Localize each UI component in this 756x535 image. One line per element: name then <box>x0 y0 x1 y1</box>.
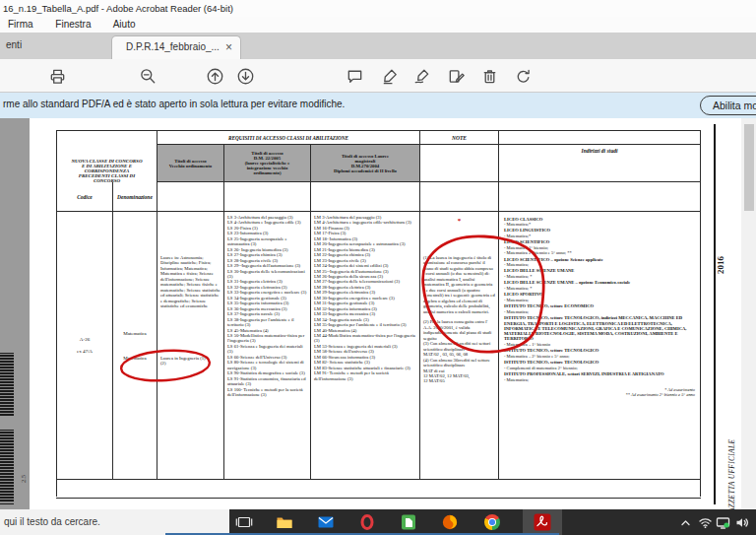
td-denominazione: Matematica Matematica <box>113 212 158 480</box>
th-denominazione: Denominazione <box>113 182 158 212</box>
td-bottom-sliver <box>56 480 701 497</box>
comment-icon[interactable] <box>346 67 364 86</box>
wifi-icon[interactable] <box>698 515 713 530</box>
td-vecchio-ordinamento: Lauree in: Astronomia; Discipline nautic… <box>158 212 224 480</box>
th-indirizzi-di-studi: Indirizzi di studi <box>499 145 701 182</box>
indirizzi-subject: - Matematica;* <box>504 234 695 238</box>
tab-active-document[interactable]: D.P.R.14_febbraio_... × <box>111 35 241 59</box>
mail-icon[interactable] <box>316 512 336 532</box>
indirizzi-subject: - Matematica; <box>504 298 695 302</box>
table-bottom-line <box>56 498 701 499</box>
scrollbar-thumb[interactable] <box>744 124 754 211</box>
scrollbar-track <box>741 118 756 509</box>
windows-taskbar: qui il testo da cercare. <box>0 509 756 535</box>
note-text: (1) La laurea in ingegneria è titolo di … <box>423 255 495 384</box>
indirizzi-subject: - Matematica; * <box>504 274 695 279</box>
td-lm-titles: LM 3-Architettura del paesaggio (3) LM 4… <box>311 212 420 480</box>
fill-and-sign-icon[interactable] <box>447 67 466 86</box>
td-ls-titles: LS 3-Architettura del paesaggio (3) LS 4… <box>224 212 311 480</box>
delete-icon[interactable] <box>480 67 499 86</box>
th-codice: Codice <box>56 182 113 212</box>
chevron-up-icon[interactable] <box>678 515 693 530</box>
document-area: NUOVA CLASSE DI CONCORSO E DI ABILITAZIO… <box>0 118 756 509</box>
th-requisiti: REQUISITI DI ACCESSO CLASSI DI ABILITAZI… <box>158 130 420 145</box>
vecchio-ordinamento-text: Lauree in: Astronomia; Discipline nautic… <box>160 255 220 309</box>
pdfa-notice-bar: rme allo standard PDF/A ed è stato apert… <box>0 93 756 118</box>
indirizzi-subject: - Matematica – 2° biennio e 5° anno; <box>504 354 695 359</box>
indirizzi-school-name: ISTITUTO TECNICO, settore TECNOLOGICO, i… <box>504 315 695 341</box>
th-note: NOTE <box>420 130 499 145</box>
sign-icon[interactable] <box>412 67 431 86</box>
denominazione-old: Matematica <box>123 356 147 361</box>
indirizzi-subject: - Matematica; <box>504 309 695 314</box>
td-empty <box>499 182 701 212</box>
indirizzi-subject: - Matematica; <box>504 262 695 267</box>
margin-barcode-top <box>0 353 14 416</box>
td-empty <box>224 182 311 212</box>
denominazione-new: Matematica <box>123 331 147 336</box>
th-lauree-magistrali: Titoli di accesso Lauree magistrali D.M.… <box>311 145 420 182</box>
td-empty <box>311 182 420 212</box>
tab-close-icon[interactable]: × <box>225 36 232 58</box>
zoom-out-icon[interactable] <box>139 67 158 86</box>
menu-firma[interactable]: Firma <box>8 19 33 30</box>
file-explorer-icon[interactable] <box>275 512 294 532</box>
td-codice: A-26 ex 47/A <box>56 212 113 480</box>
indirizzi-subject: - Matematica;* <box>504 222 695 227</box>
indirizzi-footnotes: * Ad esaurimento ** Ad esaurimento 2° bi… <box>504 387 695 397</box>
window-titlebar: 16_n.19_Tabella_A.pdf - Adobe Acrobat Re… <box>0 0 756 17</box>
taskbar-search-box[interactable]: qui il testo da cercare. <box>0 509 229 535</box>
codice-new: A-26 <box>80 337 90 342</box>
page-fold-line <box>714 124 716 504</box>
laurea-ingegneria-text: Laurea in Ingegneria (1) (2) <box>160 356 220 367</box>
tab-label: D.P.R.14_febbraio_... <box>126 41 220 52</box>
page-up-icon[interactable] <box>206 67 224 86</box>
notice-message: rme allo standard PDF/A ed è stato apert… <box>3 99 345 109</box>
screen: 16_n.19_Tabella_A.pdf - Adobe Acrobat Re… <box>0 0 756 535</box>
refresh-icon[interactable] <box>514 67 533 86</box>
libreoffice-icon[interactable] <box>399 512 418 532</box>
margin-supplemento-text: Supplemento ordinario n. 5/L alla GAZZET… <box>727 439 736 509</box>
enable-editing-button[interactable]: Abilita mo <box>700 96 756 115</box>
indirizzi-subject: - Matematica; <box>504 377 695 382</box>
th-indirizzi-spacer <box>499 130 701 145</box>
note-red-asterisk: * <box>420 217 498 225</box>
firefox-icon[interactable] <box>440 512 460 532</box>
opera-icon[interactable] <box>357 512 377 532</box>
menu-finestra[interactable]: Finestra <box>55 19 91 30</box>
acrobat-icon[interactable] <box>533 512 552 532</box>
tab-partial-left[interactable]: enti <box>6 39 22 50</box>
indirizzi-list: LICEO CLASSICO- Matematica;*LICEO LINGUI… <box>504 217 695 382</box>
chrome-icon[interactable] <box>482 512 502 532</box>
margin-barcode-bottom <box>0 430 14 504</box>
display-icon[interactable] <box>716 515 730 530</box>
toolbar: / 68 <box>0 59 756 93</box>
print-icon[interactable] <box>48 67 67 86</box>
th-vecchio-ordinamento: Titoli di accesso Vecchio ordinamento <box>158 145 224 182</box>
menubar: Firma Finestra Aiuto <box>0 17 756 33</box>
page-down-icon[interactable] <box>236 67 255 86</box>
task-view-icon[interactable] <box>234 512 254 532</box>
td-empty <box>158 182 224 212</box>
margin-left-number: 2.5 <box>20 475 27 483</box>
indirizzi-subject: - Complementi di matematica 2° biennio; <box>504 366 695 370</box>
codice-old: ex 47/A <box>77 349 93 354</box>
window-title: 16_n.19_Tabella_A.pdf - Adobe Acrobat Re… <box>3 3 233 14</box>
taskbar-search-text: qui il testo da cercare. <box>4 516 100 527</box>
menu-aiuto[interactable]: Aiuto <box>113 19 136 30</box>
indirizzi-subject: - Matematica – 1° biennio <box>504 342 695 347</box>
td-empty <box>420 182 499 212</box>
indirizzi-subject: - Matematica; * <box>504 286 695 291</box>
td-note-empty <box>420 145 499 182</box>
highlighter-icon[interactable] <box>381 67 400 86</box>
th-dm-22-2005: Titoli di accesso D.M. 22/2005 (lauree s… <box>224 145 311 182</box>
td-note: * (1) La laurea in ingegneria è titolo d… <box>420 212 499 480</box>
margin-year: 2016 <box>716 256 725 274</box>
volume-icon[interactable] <box>734 515 749 530</box>
tabbar: enti D.P.R.14_febbraio_... × <box>0 33 756 59</box>
indirizzi-subject: - Matematica 1° biennio; - Matematica 2°… <box>504 245 695 255</box>
td-indirizzi: LICEO CLASSICO- Matematica;*LICEO LINGUI… <box>499 212 701 480</box>
